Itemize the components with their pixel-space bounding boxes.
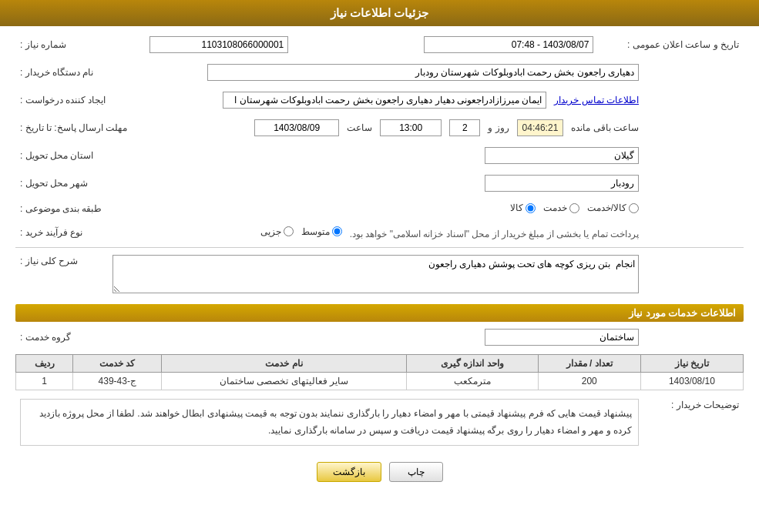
print-button[interactable]: چاپ [389, 462, 443, 482]
page-container: جزئیات اطلاعات نیاز تاریخ و ساعت اعلان ع… [0, 0, 759, 532]
buttons-row: چاپ بازگشت [15, 462, 744, 482]
creator-label-cell [643, 89, 744, 111]
need-number-input[interactable] [149, 36, 288, 53]
process-option-2[interactable]: متوسط [301, 226, 342, 237]
category-label-cell [643, 200, 744, 218]
col-header-name: نام خدمت [162, 355, 407, 373]
col-header-code: کد خدمت [73, 355, 162, 373]
deadline-table: ساعت باقی مانده 04:46:21 روز و ساعت مهلت… [15, 117, 744, 139]
process-note: پرداخت تمام یا بخشی از مبلغ خریدار از مح… [350, 228, 639, 239]
col-header-qty: تعداد / مقدار [538, 355, 640, 373]
service-group-input[interactable] [485, 329, 639, 346]
cell-name: سایر فعالیتهای تخصصی ساختمان [162, 373, 407, 390]
page-header: جزئیات اطلاعات نیاز [0, 0, 759, 26]
creator-label-text: ایجاد کننده درخواست : [15, 89, 123, 111]
buyer-org-table: نام دستگاه خریدار : [15, 62, 744, 83]
col-header-unit: واحد اندازه گیری [407, 355, 539, 373]
deadline-day-label: روز و [488, 122, 509, 133]
province-label-text: استان محل تحویل : [15, 145, 116, 166]
cell-date: 1403/08/10 [640, 373, 743, 390]
services-data-table: تاریخ نیاز تعداد / مقدار واحد اندازه گیر… [15, 354, 744, 390]
divider-1 [15, 247, 744, 248]
category-radio-group: کالا/خدمت خدمت کالا [510, 202, 639, 213]
cell-row: 1 [16, 373, 73, 390]
deadline-time-input[interactable] [380, 119, 442, 136]
buyer-org-input[interactable] [207, 64, 639, 81]
deadline-days-input[interactable] [449, 119, 480, 136]
need-desc-label-cell [643, 253, 744, 298]
deadline-label-text: مهلت ارسال پاسخ: تا تاریخ : [15, 117, 139, 139]
creator-table: اطلاعات تماس خریدار ایجاد کننده درخواست … [15, 89, 744, 111]
service-group-label-cell [643, 326, 744, 348]
buyer-notes-box: پیشنهاد قیمت هایی که فرم پیشنهاد قیمتی ب… [20, 399, 639, 446]
table-row: 1403/08/10 200 مترمکعب سایر فعالیتهای تخ… [16, 373, 744, 390]
deadline-date-input[interactable] [254, 119, 339, 136]
process-table: پرداخت تمام یا بخشی از مبلغ خریدار از مح… [15, 224, 744, 242]
contact-link[interactable]: اطلاعات تماس خریدار [554, 95, 639, 105]
deadline-hour-label: ساعت [347, 122, 372, 133]
cell-unit: مترمکعب [407, 373, 539, 390]
announce-value[interactable] [424, 36, 593, 53]
city-table: شهر محل تحویل : [15, 172, 744, 194]
deadline-remain-label: ساعت باقی مانده [571, 122, 639, 133]
process-option-1[interactable]: جزیی [260, 226, 294, 237]
province-input[interactable] [485, 147, 639, 164]
buyer-org-label-text: نام دستگاه خریدار : [15, 62, 108, 83]
need-desc-label-text: شرح کلی نیاز : [15, 253, 108, 298]
city-input[interactable] [485, 175, 639, 192]
col-header-row: ردیف [16, 355, 73, 373]
category-table: کالا/خدمت خدمت کالا طبقه بندی موضوعی : [15, 200, 744, 218]
buyer-notes-table: توضیحات خریدار : پیشنهاد قیمت هایی که فر… [15, 396, 744, 454]
col-header-date: تاریخ نیاز [640, 355, 743, 373]
deadline-remain: 04:46:21 [517, 119, 564, 136]
need-desc-textarea[interactable]: انجام بتن ریزی کوچه های تحت پوشش دهیاری … [113, 255, 639, 293]
province-table: استان محل تحویل : [15, 145, 744, 166]
basic-info-table: تاریخ و ساعت اعلان عمومی : شماره نیاز : [15, 34, 744, 55]
page-title: جزئیات اطلاعات نیاز [331, 6, 428, 19]
back-button[interactable]: بازگشت [317, 462, 381, 482]
process-label-cell [643, 224, 744, 242]
cell-qty: 200 [538, 373, 640, 390]
creator-input[interactable] [223, 92, 546, 109]
need-desc-table: انجام بتن ریزی کوچه های تحت پوشش دهیاری … [15, 253, 744, 298]
category-label-text: طبقه بندی موضوعی : [15, 200, 116, 218]
buyer-org-label [643, 62, 744, 83]
category-option-2[interactable]: خدمت [543, 202, 579, 213]
content-area: تاریخ و ساعت اعلان عمومی : شماره نیاز : … [0, 26, 759, 497]
category-option-3[interactable]: کالا/خدمت [587, 202, 639, 213]
process-label-text: نوع فرآیند خرید : [15, 224, 116, 242]
announce-label: تاریخ و ساعت اعلان عمومی : [598, 34, 744, 55]
buyer-notes-label: توضیحات خریدار : [643, 396, 744, 454]
service-group-table: گروه خدمت : [15, 326, 744, 348]
deadline-label [643, 117, 744, 139]
process-radio-group: متوسط جزیی [260, 226, 342, 237]
service-group-label-text: گروه خدمت : [15, 326, 108, 348]
services-section-title: اطلاعات خدمات مورد نیاز [15, 304, 744, 322]
city-label-text: شهر محل تحویل : [15, 172, 108, 194]
province-label-cell [643, 145, 744, 166]
cell-code: ج-43-439 [73, 373, 162, 390]
city-label-cell [643, 172, 744, 194]
category-option-1[interactable]: کالا [510, 202, 536, 213]
need-number-label: شماره نیاز : [15, 34, 108, 55]
